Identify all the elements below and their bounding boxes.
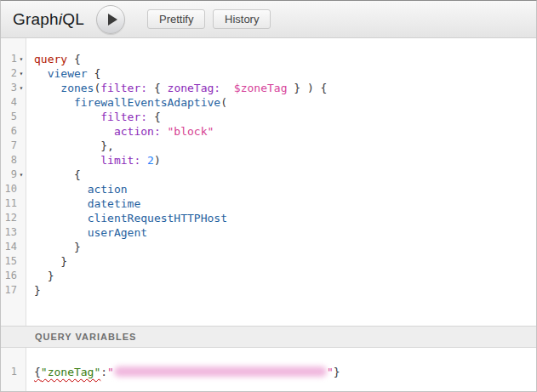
code-token: 2 [147, 154, 154, 167]
line-number: 2 [11, 66, 17, 81]
code-token: } [34, 255, 67, 268]
code-token: filter: [100, 82, 147, 94]
code-line[interactable]: } [34, 283, 533, 298]
code-token [140, 154, 147, 167]
code-line[interactable]: } [34, 254, 533, 269]
gutter-row: 4 [1, 95, 26, 110]
code-token: { [67, 53, 81, 65]
code-line[interactable]: firewallEventsAdaptive( [34, 95, 533, 110]
line-number: 13 [5, 225, 17, 240]
gutter-row: 2▾ [1, 66, 26, 81]
variables-editor[interactable]: 1 {"zoneTag":""} [1, 348, 536, 391]
code-token: : [100, 366, 107, 378]
code-token: zones [60, 82, 94, 94]
code-line[interactable]: datetime [34, 196, 533, 211]
code-token: firewallEventsAdaptive [74, 96, 220, 109]
logo-text-post: QL [62, 10, 84, 28]
query-code-area[interactable]: query { viewer { zones(filter: { zoneTag… [26, 38, 536, 326]
code-token: clientRequestHTTPHost [88, 212, 227, 224]
code-token: action: [114, 125, 161, 138]
fold-arrow-icon[interactable]: ▾ [17, 168, 26, 182]
code-line[interactable]: zones(filter: { zoneTag: $zoneTag } ) { [34, 81, 533, 95]
code-token: } [34, 270, 54, 282]
gutter-row: 7 [1, 139, 26, 153]
code-token: action [88, 183, 128, 196]
code-token [34, 125, 114, 138]
gutter-row: 12 [1, 211, 26, 225]
code-token: query [34, 53, 67, 65]
line-number: 14 [5, 240, 17, 254]
code-token: }, [34, 139, 114, 152]
execute-query-button[interactable] [96, 5, 125, 34]
code-token [34, 183, 88, 196]
gutter-row: 1 [1, 365, 26, 379]
variables-code-area[interactable]: {"zoneTag":""} [26, 348, 536, 391]
code-line[interactable]: viewer { [34, 66, 533, 81]
line-number: 12 [5, 211, 17, 225]
code-token: } ) { [287, 82, 327, 94]
code-token [34, 82, 60, 94]
fold-arrow-icon[interactable]: ▾ [17, 66, 26, 81]
code-token: viewer [48, 67, 88, 80]
code-token: ) [154, 154, 161, 167]
code-line[interactable]: limit: 2) [34, 153, 533, 168]
line-number: 4 [11, 95, 17, 110]
code-token: { [34, 366, 41, 378]
code-token: datetime [88, 197, 141, 210]
code-line[interactable]: action: "block" [34, 124, 533, 139]
gutter-row: 11 [1, 196, 26, 211]
gutter-row: 16 [1, 269, 26, 283]
code-token: " [107, 366, 114, 378]
code-token: limit: [100, 154, 140, 167]
gutter-row: 6 [1, 124, 26, 139]
code-line[interactable]: userAgent [34, 225, 533, 240]
line-number: 7 [11, 139, 17, 153]
line-number-gutter: 1▾2▾3▾456789▾1011121314151617 [1, 38, 26, 326]
code-line[interactable]: filter: { [34, 110, 533, 124]
graphiql-logo: GraphiQL [13, 1, 84, 37]
history-button[interactable]: History [213, 9, 271, 29]
gutter-row: 5 [1, 110, 26, 124]
code-token [220, 82, 234, 94]
fold-arrow-icon[interactable]: ▾ [17, 52, 26, 66]
code-line[interactable]: {"zoneTag":""} [34, 365, 533, 379]
code-token [161, 125, 168, 138]
code-line[interactable]: query { [34, 52, 533, 66]
gutter-row: 13 [1, 225, 26, 240]
code-token: { [34, 168, 81, 181]
code-token [34, 154, 100, 167]
query-variables-title: QUERY VARIABLES [35, 332, 136, 342]
code-token: } [34, 284, 41, 297]
gutter-row: 9▾ [1, 168, 26, 182]
code-token: } [334, 366, 340, 378]
code-line[interactable]: clientRequestHTTPHost [34, 211, 533, 225]
query-editor[interactable]: 1▾2▾3▾456789▾1011121314151617 query { vi… [1, 38, 536, 326]
code-token: } [34, 241, 81, 253]
code-token [34, 212, 88, 224]
line-number: 10 [5, 182, 17, 196]
code-token: "block" [168, 125, 214, 138]
play-icon [108, 14, 117, 26]
code-line[interactable]: { [34, 168, 533, 182]
code-token: { [147, 111, 161, 123]
line-number: 3 [11, 81, 17, 95]
fold-arrow-icon[interactable]: ▾ [17, 81, 26, 95]
code-line[interactable]: action [34, 182, 533, 196]
code-token: ( [220, 96, 227, 109]
code-token [34, 226, 88, 239]
line-number: 17 [5, 283, 17, 298]
code-line[interactable]: } [34, 240, 533, 254]
prettify-button[interactable]: Prettify [147, 9, 205, 29]
code-line[interactable]: }, [34, 139, 533, 153]
gutter-row: 8 [1, 153, 26, 168]
line-number: 11 [5, 196, 17, 211]
variables-line-number-gutter: 1 [1, 348, 26, 391]
gutter-row: 15 [1, 254, 26, 269]
line-number: 9 [11, 168, 17, 182]
query-variables-title-bar[interactable]: QUERY VARIABLES [1, 326, 536, 348]
code-line[interactable]: } [34, 269, 533, 283]
code-token: zoneTag: [168, 82, 221, 94]
line-number: 5 [11, 110, 17, 124]
line-number: 15 [5, 254, 17, 269]
redacted-zone-tag-value [114, 366, 327, 377]
